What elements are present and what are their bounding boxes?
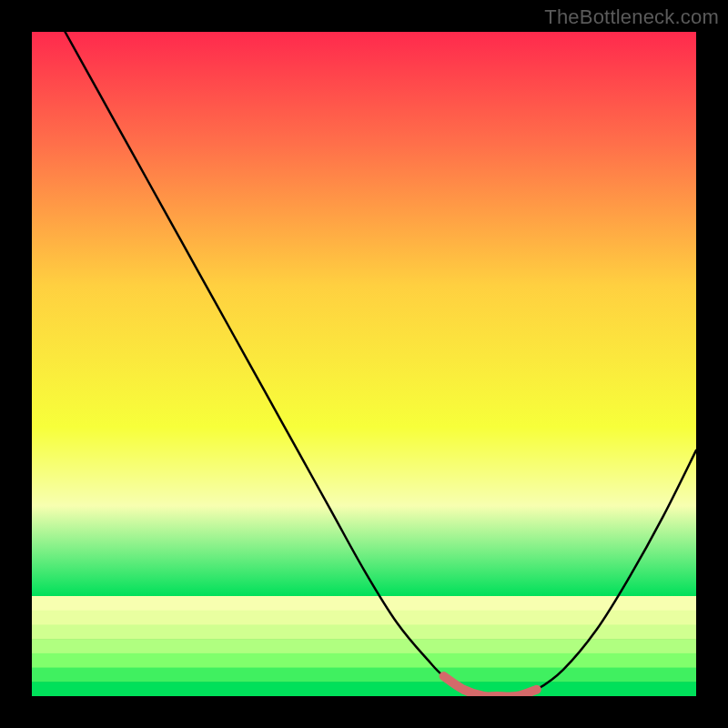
- band-7: [32, 682, 696, 696]
- band-3: [32, 624, 696, 639]
- watermark-label: TheBottleneck.com: [544, 5, 719, 29]
- band-2: [32, 611, 696, 625]
- plot-area: [32, 32, 696, 696]
- band-1: [32, 596, 696, 611]
- band-4: [32, 639, 696, 653]
- band-5: [32, 653, 696, 668]
- gradient-background: [32, 32, 696, 596]
- band-6: [32, 668, 696, 682]
- bottom-bands: [32, 596, 696, 696]
- chart-svg: [32, 32, 696, 696]
- chart-frame: TheBottleneck.com: [0, 0, 728, 728]
